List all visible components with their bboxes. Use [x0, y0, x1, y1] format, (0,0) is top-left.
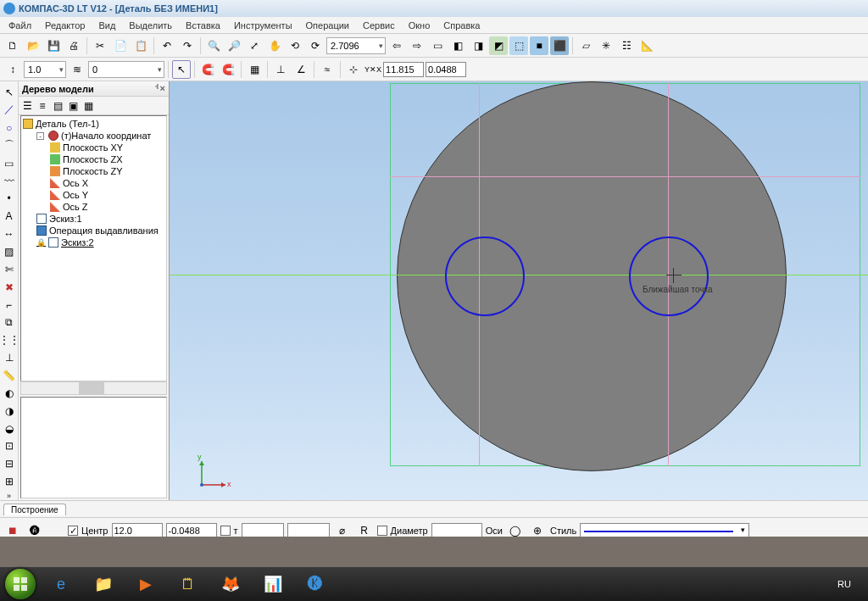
tree-sketch2[interactable]: 🔒Эскиз:2: [36, 237, 164, 248]
view-hidden-icon[interactable]: ■: [530, 36, 548, 55]
menu-operations[interactable]: Операции: [299, 19, 356, 32]
undo-icon[interactable]: ↶: [158, 36, 176, 55]
menu-file[interactable]: Файл: [2, 19, 38, 32]
task-ppt-icon[interactable]: 📊: [256, 571, 290, 597]
tree-tool3-icon[interactable]: ▤: [51, 99, 64, 113]
diameter-checkbox[interactable]: [377, 526, 387, 536]
tool-dim-icon[interactable]: ↔: [2, 226, 17, 242]
collapse-icon[interactable]: -: [36, 132, 44, 140]
scroll-thumb[interactable]: [79, 382, 104, 394]
tree-root[interactable]: Деталь (Тел-1): [23, 118, 164, 130]
menu-editor[interactable]: Редактор: [38, 19, 92, 32]
menu-help[interactable]: Справка: [437, 19, 487, 32]
axis-icon[interactable]: ✳: [597, 36, 615, 55]
tool-circle-icon[interactable]: ○: [2, 120, 17, 136]
tool-line-icon[interactable]: ／: [2, 103, 17, 118]
task-media-icon[interactable]: ▶: [129, 571, 163, 597]
tree-tool4-icon[interactable]: ▣: [66, 99, 80, 113]
tool-point-icon[interactable]: •: [2, 191, 17, 206]
redo-icon[interactable]: ↷: [178, 36, 197, 55]
task-ie-icon[interactable]: e: [44, 571, 78, 597]
open-icon[interactable]: 📂: [24, 36, 42, 55]
tool-more5-icon[interactable]: ⊟: [2, 456, 17, 471]
tool-trim-icon[interactable]: ✄: [2, 262, 17, 277]
step-combo[interactable]: 1.0: [24, 61, 66, 78]
zoom-in-icon[interactable]: 🔍: [204, 36, 223, 55]
menu-select[interactable]: Выделить: [122, 19, 179, 32]
t-checkbox[interactable]: [220, 526, 231, 536]
tool-mirror-icon[interactable]: ⧉: [2, 314, 17, 330]
polar-icon[interactable]: ∠: [292, 60, 310, 79]
menu-service[interactable]: Сервис: [356, 19, 402, 32]
tool-spline-icon[interactable]: 〰: [2, 174, 17, 189]
ortho-icon[interactable]: ⊥: [271, 60, 290, 79]
view-shaded-icon[interactable]: ◩: [489, 36, 508, 55]
tool-hatch-icon[interactable]: ▨: [2, 244, 17, 259]
zoom-out-icon[interactable]: 🔎: [225, 36, 243, 55]
task-explorer-icon[interactable]: 📁: [86, 571, 120, 597]
tool-measure-icon[interactable]: 📏: [2, 368, 17, 383]
new-icon[interactable]: 🗋: [3, 36, 22, 55]
tree-extrude[interactable]: Операция выдавливания: [36, 225, 164, 237]
round-icon[interactable]: ≈: [318, 60, 337, 79]
tree-axis-z[interactable]: Ось Z: [50, 201, 164, 213]
view-front-icon[interactable]: ▭: [428, 36, 447, 55]
task-firefox-icon[interactable]: 🦊: [214, 571, 248, 597]
tool-text-icon[interactable]: A: [2, 209, 17, 224]
tool-more3-icon[interactable]: ◒: [2, 421, 17, 437]
tree-axis-y[interactable]: Ось Y: [50, 189, 164, 201]
layer-icon[interactable]: ≋: [68, 60, 86, 79]
start-button[interactable]: [5, 569, 36, 599]
tree-plane-zx[interactable]: Плоскость ZX: [50, 153, 164, 165]
view-iso2-icon[interactable]: ◨: [469, 36, 487, 55]
tool-constraint-icon[interactable]: ⊥: [2, 350, 17, 365]
print-icon[interactable]: 🖨: [64, 36, 83, 55]
tool-more2-icon[interactable]: ◑: [2, 403, 17, 419]
tree-plane-zy[interactable]: Плоскость ZY: [50, 165, 164, 177]
tree-axis-x[interactable]: Ось X: [50, 177, 164, 189]
task-notes-icon[interactable]: 🗒: [171, 571, 205, 597]
tool-delete-icon[interactable]: ✖: [2, 280, 17, 295]
menu-insert[interactable]: Вставка: [179, 19, 227, 32]
tree-plane-xy[interactable]: Плоскость XY: [50, 142, 164, 153]
center-checkbox[interactable]: ✓: [68, 526, 78, 536]
refresh-icon[interactable]: ⟳: [306, 36, 325, 55]
view-wire-icon[interactable]: ⬚: [509, 36, 528, 55]
measure-icon[interactable]: 📐: [637, 36, 656, 55]
tree-scrollbar[interactable]: [20, 381, 167, 395]
zoom-combo[interactable]: 2.7096: [326, 37, 386, 54]
style-combo[interactable]: 0: [88, 61, 164, 78]
coord-y-input[interactable]: 0.0488: [426, 62, 466, 77]
save-icon[interactable]: 💾: [44, 36, 63, 55]
tree-origin[interactable]: -(т)Начало координат: [36, 130, 164, 142]
plane-icon[interactable]: ▱: [576, 36, 595, 55]
viewport[interactable]: Ближайшая точка x y: [170, 81, 868, 500]
tool-select-icon[interactable]: ↖: [2, 85, 17, 100]
copy-icon[interactable]: 📄: [111, 36, 130, 55]
menu-window[interactable]: Окно: [402, 19, 437, 32]
pin-icon[interactable]: ꜗ: [155, 83, 159, 94]
view-iso-icon[interactable]: ◧: [448, 36, 467, 55]
magnet-off-icon[interactable]: 🧲: [219, 60, 237, 79]
tree-tool1-icon[interactable]: ☰: [20, 99, 34, 113]
expand-icon[interactable]: »: [7, 492, 11, 500]
task-kompas-icon[interactable]: 🅚: [298, 571, 332, 597]
tool-rect-icon[interactable]: ▭: [2, 156, 17, 171]
zoom-fit-icon[interactable]: ⤢: [245, 36, 264, 55]
zoom-prev-icon[interactable]: ⇦: [387, 36, 406, 55]
tab-build[interactable]: Построение: [3, 504, 66, 515]
zoom-next-icon[interactable]: ⇨: [408, 36, 426, 55]
rotate-icon[interactable]: ⟲: [286, 36, 304, 55]
tree-tool2-icon[interactable]: ≡: [36, 99, 49, 113]
tree-tool5-icon[interactable]: ▦: [81, 99, 95, 113]
magnet-on-icon[interactable]: 🧲: [198, 60, 217, 79]
menu-view[interactable]: Вид: [92, 19, 122, 32]
pan-icon[interactable]: ✋: [265, 36, 284, 55]
view-persp-icon[interactable]: ⬛: [550, 36, 569, 55]
tool-more6-icon[interactable]: ⊞: [2, 474, 17, 489]
paste-icon[interactable]: 📋: [131, 36, 150, 55]
sketch-circle[interactable]: [629, 237, 709, 316]
tool-fillet-icon[interactable]: ⌐: [2, 298, 17, 313]
language-indicator[interactable]: RU: [837, 579, 863, 589]
snap-mode-icon[interactable]: ↕: [3, 60, 22, 79]
